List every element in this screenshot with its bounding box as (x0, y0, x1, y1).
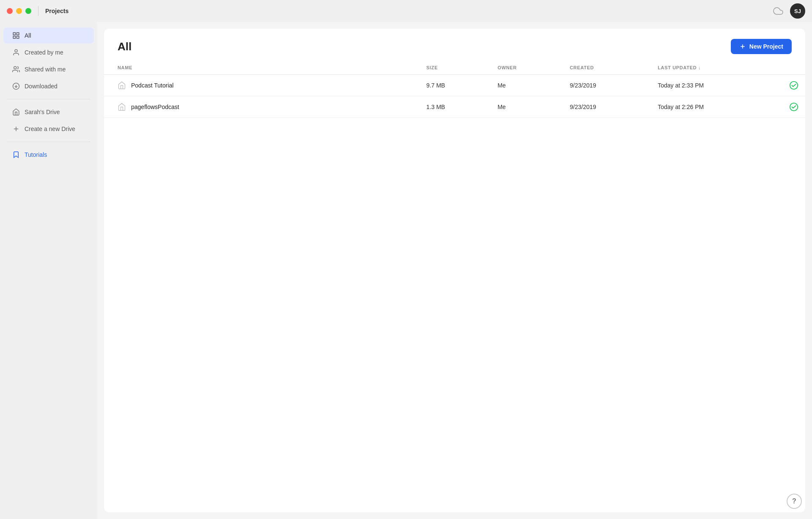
sidebar-item-created-by-me[interactable]: Created by me (3, 44, 94, 60)
row1-last-updated: Today at 2:33 PM (651, 75, 782, 96)
projects-table: NAME SIZE OWNER CREATED (104, 61, 805, 118)
user-icon (12, 48, 20, 57)
sidebar-divider (7, 99, 91, 99)
table-body: Podcast Tutorial 9.7 MB Me 9/23/2019 Tod… (104, 75, 805, 118)
traffic-lights (7, 8, 31, 14)
table-row[interactable]: pageflowsPodcast 1.3 MB Me 9/23/2019 Tod… (104, 96, 805, 118)
new-project-button[interactable]: New Project (731, 39, 792, 54)
sidebar-divider-2 (7, 142, 91, 142)
row2-created: 9/23/2019 (563, 96, 651, 118)
svg-point-4 (15, 49, 17, 52)
row1-size: 9.7 MB (420, 75, 491, 96)
row2-owner: Me (491, 96, 563, 118)
table-header: NAME SIZE OWNER CREATED (104, 61, 805, 75)
content-header: All New Project (104, 29, 805, 61)
bookmark-icon (12, 150, 20, 159)
sidebar: All Created by me Shared with me (0, 22, 97, 519)
titlebar: Projects SJ (0, 0, 812, 22)
svg-rect-2 (13, 36, 15, 38)
synced-icon (789, 81, 798, 90)
page-title: All (118, 40, 132, 53)
project-icon (118, 81, 126, 90)
svg-rect-1 (17, 33, 19, 35)
sidebar-item-all-label: All (25, 32, 31, 39)
download-icon (12, 82, 20, 90)
titlebar-actions: SJ (773, 3, 805, 19)
plus-icon (12, 125, 20, 133)
row2-size: 1.3 MB (420, 96, 491, 118)
titlebar-separator (38, 6, 38, 16)
row1-project-name: Podcast Tutorial (131, 82, 173, 89)
col-name: NAME (104, 61, 420, 75)
sidebar-item-created-label: Created by me (25, 49, 63, 56)
row1-status (782, 75, 805, 96)
row2-project-name: pageflowsPodcast (131, 104, 179, 110)
content-area: All New Project NAME (97, 22, 812, 519)
col-last-updated[interactable]: LAST UPDATED ↓ (651, 61, 782, 75)
row2-name-cell: pageflowsPodcast (104, 96, 420, 118)
create-drive-label: Create a new Drive (25, 126, 75, 132)
cloud-icon[interactable] (773, 6, 783, 16)
col-size: SIZE (420, 61, 491, 75)
svg-rect-3 (17, 36, 19, 38)
svg-rect-0 (13, 33, 15, 35)
synced-icon (789, 102, 798, 112)
sidebar-item-shared-with-me[interactable]: Shared with me (3, 61, 94, 77)
sidebar-item-downloaded-label: Downloaded (25, 83, 58, 90)
help-button[interactable]: ? (787, 494, 802, 509)
col-created: CREATED (563, 61, 651, 75)
col-status (782, 61, 805, 75)
list-icon (12, 31, 20, 40)
col-owner: OWNER (491, 61, 563, 75)
close-button[interactable] (7, 8, 13, 14)
plus-icon (739, 43, 746, 50)
sidebar-item-all[interactable]: All (3, 27, 94, 44)
sidebar-item-drive-label: Sarah's Drive (25, 109, 60, 115)
new-project-label: New Project (749, 43, 783, 50)
sidebar-item-shared-label: Shared with me (25, 66, 66, 73)
project-icon (118, 103, 126, 111)
sidebar-item-create-drive[interactable]: Create a new Drive (3, 121, 94, 137)
projects-table-container: NAME SIZE OWNER CREATED (104, 61, 805, 512)
sidebar-item-downloaded[interactable]: Downloaded (3, 78, 94, 94)
table-row[interactable]: Podcast Tutorial 9.7 MB Me 9/23/2019 Tod… (104, 75, 805, 96)
user-avatar[interactable]: SJ (790, 3, 805, 19)
home-icon (12, 108, 20, 116)
row2-status (782, 96, 805, 118)
row2-last-updated: Today at 2:26 PM (651, 96, 782, 118)
row1-created: 9/23/2019 (563, 75, 651, 96)
maximize-button[interactable] (25, 8, 31, 14)
tutorials-label: Tutorials (25, 151, 47, 158)
share-icon (12, 65, 20, 74)
svg-point-5 (14, 66, 16, 69)
main-layout: All Created by me Shared with me (0, 22, 812, 519)
row1-owner: Me (491, 75, 563, 96)
sidebar-item-sarahs-drive[interactable]: Sarah's Drive (3, 104, 94, 120)
app-title: Projects (45, 8, 773, 14)
content-inner: All New Project NAME (104, 29, 805, 512)
row1-name-cell: Podcast Tutorial (104, 75, 420, 96)
minimize-button[interactable] (16, 8, 22, 14)
sidebar-item-tutorials[interactable]: Tutorials (3, 147, 94, 163)
